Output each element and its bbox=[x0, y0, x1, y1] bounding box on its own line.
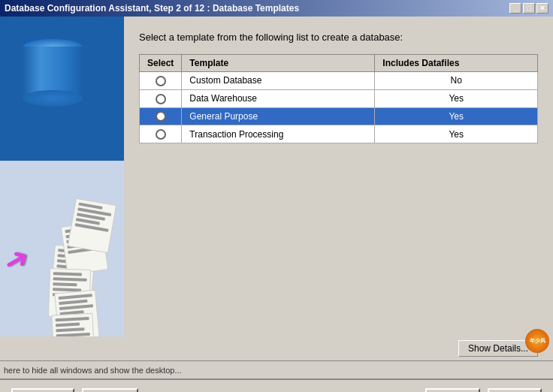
instruction-text: Select a template from the following lis… bbox=[139, 32, 538, 43]
radio-custom[interactable] bbox=[156, 76, 166, 86]
template-name-warehouse: Data Warehouse bbox=[182, 89, 375, 107]
col-header-select: Select bbox=[140, 55, 182, 72]
status-text: here to hide all windows and show the de… bbox=[4, 366, 182, 375]
table-row[interactable]: Transaction Processing Yes bbox=[140, 125, 538, 143]
radio-cell-custom[interactable] bbox=[140, 72, 182, 90]
minimize-button[interactable]: _ bbox=[509, 3, 521, 14]
next-button[interactable]: Next ► bbox=[488, 388, 542, 393]
template-name-transaction: Transaction Processing bbox=[182, 125, 375, 143]
database-cylinder-icon bbox=[23, 39, 83, 107]
left-illustration-panel: ➜ bbox=[0, 17, 124, 336]
includes-datafiles-custom: No bbox=[375, 72, 538, 90]
title-text: Database Configuration Assistant, Step 2… bbox=[5, 3, 299, 14]
watermark-logo: 年少风 bbox=[525, 329, 549, 353]
col-header-includes-datafiles: Includes Datafiles bbox=[375, 55, 538, 72]
template-table: Select Template Includes Datafiles Custo… bbox=[139, 54, 538, 143]
table-row[interactable]: Data Warehouse Yes bbox=[140, 89, 538, 107]
template-name-custom: Custom Database bbox=[182, 72, 375, 90]
maximize-button[interactable]: □ bbox=[523, 3, 535, 14]
paper-icon bbox=[51, 313, 95, 336]
help-button[interactable]: Help bbox=[82, 388, 138, 393]
papers-illustration bbox=[8, 171, 116, 321]
template-name-general: General Purpose bbox=[182, 107, 375, 125]
back-button[interactable]: ◄ Back bbox=[425, 388, 481, 393]
title-bar-buttons: _ □ ✕ bbox=[509, 3, 548, 14]
table-row[interactable]: Custom Database No bbox=[140, 72, 538, 90]
radio-cell-transaction[interactable] bbox=[140, 125, 182, 143]
radio-transaction[interactable] bbox=[156, 129, 166, 140]
paper-icon bbox=[68, 198, 116, 254]
radio-cell-general[interactable] bbox=[140, 107, 182, 125]
main-content: ➜ bbox=[0, 17, 553, 336]
status-bar: here to hide all windows and show the de… bbox=[0, 360, 553, 378]
includes-datafiles-transaction: Yes bbox=[375, 125, 538, 143]
table-row-selected[interactable]: General Purpose Yes bbox=[140, 107, 538, 125]
col-header-template: Template bbox=[182, 55, 375, 72]
radio-general[interactable] bbox=[156, 111, 166, 122]
radio-cell-warehouse[interactable] bbox=[140, 89, 182, 107]
right-content-panel: Select a template from the following lis… bbox=[124, 17, 553, 336]
close-button[interactable]: ✕ bbox=[536, 3, 548, 14]
cancel-button[interactable]: Cancel bbox=[11, 388, 74, 393]
radio-warehouse[interactable] bbox=[156, 94, 166, 104]
includes-datafiles-general: Yes bbox=[375, 107, 538, 125]
includes-datafiles-warehouse: Yes bbox=[375, 89, 538, 107]
show-details-bar: Show Details... bbox=[0, 336, 553, 360]
title-bar: Database Configuration Assistant, Step 2… bbox=[0, 0, 553, 17]
footer-bar: Cancel Help ◄ Back Next ► bbox=[0, 378, 553, 392]
